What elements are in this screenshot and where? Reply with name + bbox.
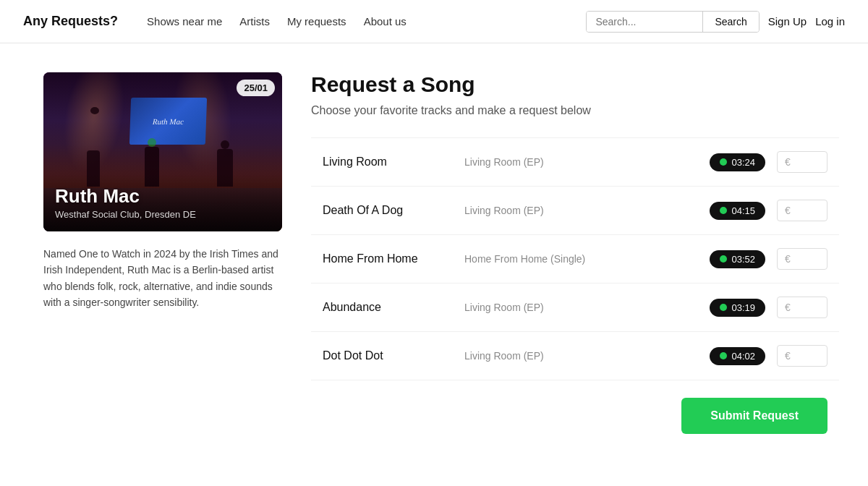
duration-time: 04:15 [731,205,755,216]
request-subtitle: Choose your favorite tracks and make a r… [311,104,839,117]
date-badge: 25/01 [237,80,275,96]
track-duration: 03:52 [710,250,765,268]
track-duration: 03:24 [710,153,765,171]
price-input[interactable] [791,253,820,265]
duration-time: 03:24 [731,157,755,168]
duration-indicator [720,207,727,214]
right-panel: Request a Song Choose your favorite trac… [311,72,839,434]
price-input[interactable] [791,350,820,362]
artist-bio: Named One to Watch in 2024 by the Irish … [43,246,282,311]
track-duration: 03:19 [710,299,765,317]
price-input[interactable] [791,205,820,216]
duration-indicator [720,352,727,359]
track-name: Dot Dot Dot [323,349,453,362]
price-input[interactable] [791,156,820,168]
nav-my-requests[interactable]: My requests [287,12,346,30]
nav-links: Shows near me Artists My requests About … [147,12,563,30]
track-album: Living Room (EP) [464,156,698,168]
price-input-wrapper: € [777,200,827,221]
duration-indicator [720,304,727,311]
signup-link[interactable]: Sign Up [768,15,807,27]
submit-request-button[interactable]: Submit Request [681,398,827,434]
price-input-wrapper: € [777,297,827,318]
navbar: Any Requests? Shows near me Artists My r… [0,0,868,43]
artist-venue: Westhaf Social Club, Dresden DE [55,209,271,220]
artist-image: Ruth Mac 25/01 Ruth Mac Westhaf Social C… [43,72,282,231]
currency-symbol: € [785,350,791,362]
track-duration: 04:02 [710,347,765,365]
search-wrapper: Search [586,11,759,33]
track-album: Living Room (EP) [464,350,698,362]
duration-time: 04:02 [731,351,755,362]
track-name: Living Room [323,155,453,169]
submit-wrapper: Submit Request [311,398,839,434]
price-input[interactable] [791,302,820,313]
nav-artists[interactable]: Artists [239,12,270,30]
track-album: Living Room (EP) [464,302,698,313]
track-album: Home From Home (Single) [464,253,698,265]
nav-right: Search Sign Up Log in [586,11,845,33]
duration-time: 03:52 [731,254,755,265]
currency-symbol: € [785,302,791,313]
site-logo[interactable]: Any Requests? [23,14,118,29]
track-list: Living Room Living Room (EP) 03:24 € Dea… [311,137,839,380]
nav-about-us[interactable]: About us [364,12,407,30]
track-duration: 04:15 [710,202,765,220]
search-button[interactable]: Search [702,12,758,32]
currency-symbol: € [785,156,791,168]
duration-indicator [720,255,727,263]
price-input-wrapper: € [777,151,827,173]
track-row: Death Of A Dog Living Room (EP) 04:15 € [311,187,839,235]
duration-time: 03:19 [731,302,755,313]
search-input[interactable] [587,12,702,32]
duration-indicator [720,158,727,166]
price-input-wrapper: € [777,345,827,367]
currency-symbol: € [785,253,791,265]
nav-shows-near-me[interactable]: Shows near me [147,12,222,30]
track-row: Dot Dot Dot Living Room (EP) 04:02 € [311,332,839,380]
login-link[interactable]: Log in [815,15,845,27]
main-content: Ruth Mac 25/01 Ruth Mac Westhaf Social C… [0,43,868,463]
track-name: Home From Home [323,252,453,265]
track-row: Living Room Living Room (EP) 03:24 € [311,137,839,187]
track-row: Abundance Living Room (EP) 03:19 € [311,284,839,332]
artist-info-overlay: Ruth Mac Westhaf Social Club, Dresden DE [43,174,282,231]
price-input-wrapper: € [777,248,827,270]
left-panel: Ruth Mac 25/01 Ruth Mac Westhaf Social C… [43,72,282,434]
currency-symbol: € [785,205,791,216]
track-row: Home From Home Home From Home (Single) 0… [311,235,839,284]
track-name: Death Of A Dog [323,204,453,217]
artist-name: Ruth Mac [55,185,271,208]
request-title: Request a Song [311,72,839,97]
track-name: Abundance [323,301,453,314]
track-album: Living Room (EP) [464,205,698,216]
